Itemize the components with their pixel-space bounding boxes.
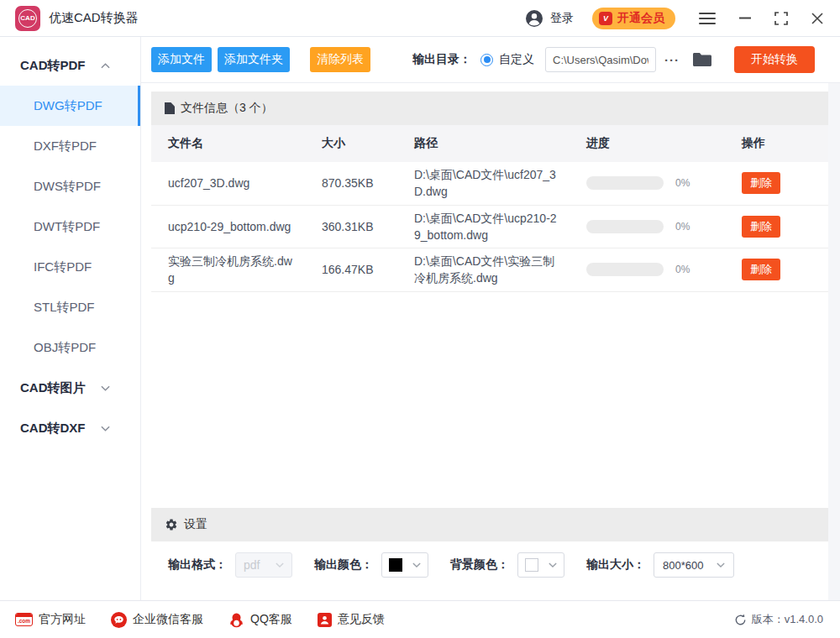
toolbar: 添加文件 添加文件夹 清除列表 输出目录： 自定义 ··· 开始转换	[141, 37, 840, 83]
qq-icon	[228, 612, 244, 628]
settings-bar: 设置	[151, 508, 828, 541]
login-label: 登录	[550, 11, 574, 26]
file-info-bar: 文件信息（3 个）	[151, 92, 828, 125]
refresh-icon[interactable]	[734, 614, 747, 626]
sidebar-item-dws-to-pdf[interactable]: DWS转PDF	[0, 166, 140, 207]
sidebar-group-cad-to-image[interactable]: CAD转图片	[0, 368, 140, 408]
file-size: 360.31KB	[322, 220, 414, 233]
background-color-select[interactable]	[517, 552, 564, 578]
chevron-down-icon	[717, 562, 725, 567]
chevron-down-icon	[101, 426, 110, 431]
sidebar-item-label: STL转PDF	[34, 300, 95, 316]
table-row: ucf207_3D.dwg 870.35KB D:\桌面\CAD文件\ucf20…	[151, 162, 828, 206]
maximize-icon[interactable]	[774, 12, 788, 25]
app-logo-text: CAD	[18, 9, 37, 28]
progress-cell: 0%	[586, 220, 742, 233]
feedback-icon	[318, 613, 332, 627]
official-website-link[interactable]: .com 官方网址	[15, 612, 86, 627]
sidebar-item-ifc-to-pdf[interactable]: IFC转PDF	[0, 247, 140, 287]
scrollbar-track[interactable]	[828, 83, 840, 600]
file-name: ucf207_3D.dwg	[168, 175, 322, 191]
settings-title: 设置	[184, 517, 207, 532]
chevron-down-icon	[101, 385, 110, 391]
progress-bar	[586, 220, 664, 233]
open-vip-button[interactable]: V 开通会员	[592, 8, 675, 29]
file-size: 870.35KB	[322, 176, 414, 190]
delete-button[interactable]: 删除	[742, 216, 780, 238]
sidebar: CAD转PDF DWG转PDF DXF转PDF DWS转PDF DWT转PDF …	[0, 37, 141, 600]
file-size: 166.47KB	[322, 263, 414, 276]
output-format-label: 输出格式：	[168, 557, 227, 573]
progress-cell: 0%	[586, 263, 742, 276]
sidebar-item-dxf-to-pdf[interactable]: DXF转PDF	[0, 126, 140, 166]
sidebar-item-dwt-to-pdf[interactable]: DWT转PDF	[0, 207, 140, 247]
column-header-path: 路径	[414, 136, 586, 151]
feedback-link[interactable]: 意见反馈	[318, 612, 385, 627]
footer: .com 官方网址 企业微信客服 QQ客服 意见反馈 版本：v	[0, 600, 840, 638]
app-window: CAD 优速CAD转换器 登录 V 开通会员	[0, 0, 840, 638]
progress-percent: 0%	[675, 221, 690, 233]
table-header: 文件名 大小 路径 进度 操作	[151, 125, 828, 162]
file-name: 实验三制冷机房系统.dwg	[168, 253, 322, 287]
output-size-value: 800*600	[663, 559, 703, 572]
wechat-service-link[interactable]: 企业微信客服	[111, 612, 203, 628]
sidebar-group-cad-to-pdf[interactable]: CAD转PDF	[0, 45, 140, 86]
output-dir-label: 输出目录：	[412, 52, 471, 67]
output-color-select[interactable]	[381, 552, 428, 578]
output-path-input[interactable]	[545, 47, 656, 72]
browse-more-button[interactable]: ···	[664, 53, 680, 67]
start-convert-button[interactable]: 开始转换	[734, 46, 815, 73]
delete-button[interactable]: 删除	[742, 259, 780, 280]
column-header-progress: 进度	[586, 136, 742, 151]
menu-icon[interactable]	[699, 13, 716, 24]
sidebar-item-dwg-to-pdf[interactable]: DWG转PDF	[0, 86, 140, 126]
output-format-select: pdf	[235, 552, 292, 578]
custom-radio[interactable]	[480, 54, 493, 66]
login-button[interactable]: 登录	[525, 9, 574, 28]
column-header-action: 操作	[742, 136, 815, 151]
wechat-service-icon	[111, 612, 127, 628]
sidebar-item-label: IFC转PDF	[34, 259, 92, 275]
sidebar-item-label: DWT转PDF	[34, 219, 100, 235]
sidebar-item-label: DWS转PDF	[34, 179, 101, 195]
output-size-select[interactable]: 800*600	[654, 552, 734, 578]
custom-radio-label: 自定义	[499, 52, 534, 67]
background-color-swatch	[525, 558, 538, 572]
close-icon[interactable]	[811, 13, 823, 24]
clear-list-button[interactable]: 清除列表	[310, 47, 370, 72]
sidebar-group-label: CAD转DXF	[20, 421, 86, 437]
settings-form: 输出格式： pdf 输出颜色： 背景颜色：	[151, 541, 828, 588]
qq-service-link[interactable]: QQ客服	[228, 612, 292, 628]
file-path: D:\桌面\CAD文件\ucf207_3D.dwg	[414, 166, 586, 201]
add-folder-button[interactable]: 添加文件夹	[218, 47, 290, 72]
user-avatar-icon	[525, 9, 543, 28]
feedback-label: 意见反馈	[338, 612, 385, 627]
work-area: 文件信息（3 个） 文件名 大小 路径 进度 操作 ucf207_3D.dwg …	[141, 83, 840, 600]
action-cell: 删除	[742, 172, 815, 194]
version-info: 版本：v1.4.0.0	[734, 612, 823, 627]
add-file-button[interactable]: 添加文件	[151, 47, 212, 72]
delete-button[interactable]: 删除	[742, 172, 780, 194]
gear-icon	[165, 518, 178, 531]
column-header-size: 大小	[322, 136, 414, 151]
sidebar-group-label: CAD转PDF	[20, 58, 86, 74]
action-cell: 删除	[742, 259, 815, 280]
minimize-icon[interactable]	[739, 17, 751, 19]
official-website-label: 官方网址	[39, 612, 86, 627]
action-cell: 删除	[742, 216, 815, 238]
file-path: D:\桌面\CAD文件\实验三制冷机房系统.dwg	[414, 253, 586, 287]
app-logo-icon: CAD	[15, 6, 40, 31]
sidebar-item-stl-to-pdf[interactable]: STL转PDF	[0, 287, 140, 327]
content-area: 添加文件 添加文件夹 清除列表 输出目录： 自定义 ··· 开始转换 文	[141, 37, 840, 600]
output-format-value: pdf	[244, 558, 260, 572]
output-color-swatch	[389, 558, 402, 572]
file-path: D:\桌面\CAD文件\ucp210-29_bottom.dwg	[414, 210, 586, 244]
sidebar-item-obj-to-pdf[interactable]: OBJ转PDF	[0, 327, 140, 368]
vip-icon: V	[599, 12, 612, 25]
open-folder-icon[interactable]	[693, 52, 711, 67]
sidebar-group-cad-to-dxf[interactable]: CAD转DXF	[0, 408, 140, 448]
chevron-down-icon	[549, 562, 557, 567]
output-size-label: 输出大小：	[586, 557, 645, 573]
chevron-down-icon	[276, 562, 284, 567]
progress-bar	[586, 263, 664, 276]
